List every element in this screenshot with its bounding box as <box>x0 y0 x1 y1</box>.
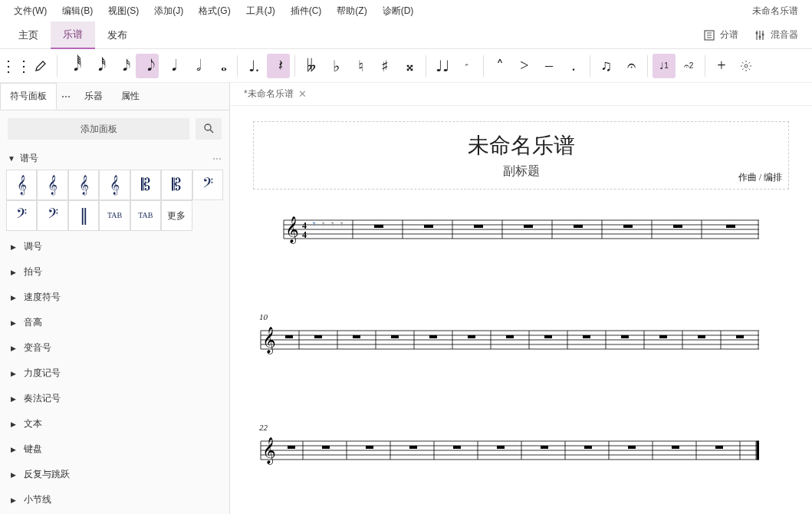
tab-score[interactable]: 乐谱 <box>51 21 95 49</box>
menu-plugins[interactable]: 插件(C) <box>283 2 330 21</box>
rest-tool[interactable]: 𝄽 <box>267 54 290 78</box>
flat[interactable]: ♭ <box>324 54 347 78</box>
svg-point-7 <box>756 31 758 34</box>
svg-rect-37 <box>474 225 483 228</box>
menu-file[interactable]: 文件(W) <box>6 2 54 21</box>
svg-rect-100 <box>453 446 461 449</box>
clef-item[interactable]: ‖ <box>68 200 99 231</box>
score-canvas[interactable]: 未命名乐谱 副标题 作曲 / 编排 𝄞 4 4 𝄾 𝄾 𝄾 <box>230 106 812 514</box>
clefs-label: 谱号 <box>20 152 38 165</box>
section-keyboard[interactable]: ▶键盘 <box>0 437 229 462</box>
sharp[interactable]: ♯ <box>373 54 396 78</box>
svg-rect-72 <box>621 335 629 338</box>
svg-text:𝄞: 𝄞 <box>262 437 276 465</box>
staff-system-2[interactable]: 10 𝄞 <box>253 312 789 361</box>
tab-publish[interactable]: 发布 <box>95 22 140 48</box>
section-more-icon[interactable]: ⋯ <box>212 153 222 164</box>
clef-more[interactable]: 更多 <box>161 200 192 231</box>
staccato[interactable]: . <box>562 54 585 78</box>
expand-icon: ▶ <box>11 269 16 276</box>
menu-help[interactable]: 帮助(Z) <box>329 2 374 21</box>
composer-text[interactable]: 作曲 / 编排 <box>738 171 782 184</box>
add-panel-button[interactable]: 添加面板 <box>8 118 189 140</box>
pencil-tool[interactable] <box>29 54 52 78</box>
double-flat[interactable]: 𝄫 <box>300 54 323 78</box>
clef-item[interactable]: 𝄞 <box>68 170 99 200</box>
expand-icon: ▶ <box>11 395 16 403</box>
search-button[interactable] <box>196 118 222 140</box>
clef-item[interactable]: 𝄢 <box>6 200 37 231</box>
tie-tool[interactable]: ♩♩ <box>431 54 454 78</box>
clef-item[interactable]: 𝄞 <box>6 170 37 200</box>
clef-item[interactable]: 𝄡 <box>130 170 161 200</box>
note-half[interactable]: 𝅗𝅥 <box>185 54 208 78</box>
score-subtitle[interactable]: 副标题 <box>263 163 779 180</box>
menu-view[interactable]: 视图(S) <box>100 2 146 21</box>
tenuto[interactable]: – <box>537 54 561 78</box>
note-64th[interactable]: 𝅘𝅥𝅱 <box>62 54 85 78</box>
properties-tab[interactable]: 属性 <box>112 84 149 109</box>
section-repeats[interactable]: ▶反复与跳跃 <box>0 462 229 487</box>
clef-item[interactable]: TAB <box>99 200 130 231</box>
settings-icon[interactable] <box>735 54 758 78</box>
tab-home[interactable]: 主页 <box>6 22 51 48</box>
note-8th[interactable]: 𝅘𝅥𝅮 <box>136 54 159 78</box>
voice-2[interactable]: 𝄐2 <box>677 54 700 78</box>
section-barlines[interactable]: ▶小节线 <box>0 487 229 512</box>
note-toolbar: ⋮⋮ 𝅘𝅥𝅱 𝅘𝅥𝅰 𝅘𝅥𝅯 𝅘𝅥𝅮 𝅘𝅥 𝅗𝅥 𝅝 ♩. 𝄽 𝄫 ♭ ♮ ♯ … <box>0 49 812 83</box>
menu-diagnostics[interactable]: 诊断(D) <box>375 2 422 21</box>
expand-icon: ▶ <box>11 370 16 377</box>
instruments-tab[interactable]: 乐器 <box>75 84 112 109</box>
note-32nd[interactable]: 𝅘𝅥𝅰 <box>87 54 110 78</box>
marcato[interactable]: ˄ <box>488 54 511 78</box>
palette-tab[interactable]: 符号面板 <box>0 83 57 110</box>
section-text[interactable]: ▶文本 <box>0 411 229 437</box>
accent[interactable]: > <box>513 54 536 78</box>
doc-tab-label: *未命名乐谱 <box>244 87 294 100</box>
dot-tool[interactable]: ♩. <box>242 54 265 78</box>
section-dynamics[interactable]: ▶力度记号 <box>0 361 229 386</box>
score-title[interactable]: 未命名乐谱 <box>263 131 779 160</box>
double-sharp[interactable]: 𝄪 <box>398 54 421 78</box>
menu-add[interactable]: 添加(J) <box>146 2 191 21</box>
voice-1[interactable]: ♩1 <box>653 54 676 78</box>
natural[interactable]: ♮ <box>349 54 372 78</box>
close-icon[interactable]: ✕ <box>298 88 307 100</box>
note-16th[interactable]: 𝅘𝅥𝅯 <box>111 54 134 78</box>
section-pitch[interactable]: ▶音高 <box>0 310 229 335</box>
section-accidentals[interactable]: ▶变音号 <box>0 335 229 361</box>
sidebar-tabs: 符号面板 ⋯ 乐器 属性 <box>0 83 229 110</box>
menu-format[interactable]: 格式(G) <box>191 2 238 21</box>
toolbar-handle-icon[interactable]: ⋮⋮ <box>5 54 28 78</box>
parts-button[interactable]: 分谱 <box>695 24 746 46</box>
document-tab[interactable]: *未命名乐谱 ✕ <box>236 84 314 104</box>
note-whole[interactable]: 𝅝 <box>209 54 232 78</box>
mixer-button[interactable]: 混音器 <box>746 24 806 46</box>
score-title-block[interactable]: 未命名乐谱 副标题 作曲 / 编排 <box>253 121 789 189</box>
note-quarter[interactable]: 𝅘𝅥 <box>160 54 183 78</box>
palette-more-icon[interactable]: ⋯ <box>57 91 75 102</box>
menu-edit[interactable]: 编辑(B) <box>54 2 100 21</box>
clef-item[interactable]: TAB <box>130 200 161 231</box>
tuplet-tool[interactable]: ♫ <box>595 54 618 78</box>
flip-tool[interactable]: 𝄐 <box>620 54 643 78</box>
section-tempo[interactable]: ▶速度符号 <box>0 285 229 310</box>
section-time-signature[interactable]: ▶拍号 <box>0 259 229 285</box>
measure-number: 10 <box>259 312 789 321</box>
clef-item[interactable]: 𝄞 <box>99 170 130 200</box>
clef-item[interactable]: 𝄡 <box>161 170 192 200</box>
staff-system-1[interactable]: 𝄞 4 4 𝄾 𝄾 𝄾 𝄾 <box>253 213 789 251</box>
section-articulations[interactable]: ▶奏法记号 <box>0 386 229 411</box>
svg-rect-71 <box>583 335 590 338</box>
clef-item[interactable]: 𝄞 <box>37 170 67 200</box>
menu-tools[interactable]: 工具(J) <box>238 2 283 21</box>
clef-item[interactable]: 𝄢 <box>37 200 67 231</box>
clefs-section-header[interactable]: ▼ 谱号 ⋯ <box>0 147 229 170</box>
svg-text:𝄾: 𝄾 <box>313 222 316 226</box>
add-tool[interactable]: + <box>710 54 733 78</box>
section-key-signature[interactable]: ▶调号 <box>0 234 229 259</box>
expand-icon: ▶ <box>11 319 16 327</box>
clef-item[interactable]: 𝄢 <box>192 170 223 200</box>
staff-system-3[interactable]: 22 𝄞 <box>253 423 789 472</box>
slur-tool[interactable]: 𝆣 <box>455 54 478 78</box>
